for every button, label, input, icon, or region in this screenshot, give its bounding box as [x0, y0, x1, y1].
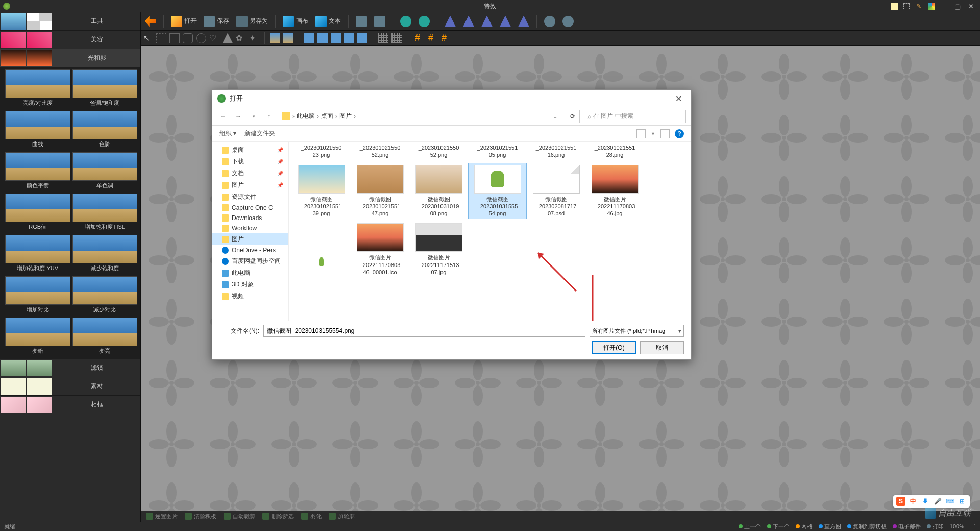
palette-icon[interactable] — [928, 3, 935, 10]
filetype-select[interactable]: 所有图片文件 (*.pfd;*.PTimag — [590, 325, 684, 337]
address-dropdown[interactable]: ⌄ — [553, 113, 558, 120]
file-item[interactable]: 微信图片_20221117151307.jpg — [409, 221, 468, 278]
ime-menu-icon[interactable]: ⊞ — [958, 497, 967, 506]
tree-item[interactable]: 视频 — [212, 291, 288, 302]
text-button[interactable]: 文本 — [313, 15, 343, 28]
file-item[interactable]: _20230102155116.png — [527, 142, 585, 161]
file-item[interactable]: 微信截图_20230102155147.png — [351, 163, 409, 220]
tree-item[interactable]: OneDrive - Pers — [212, 245, 288, 255]
ime-toolbar[interactable]: S 中 🡇 🎤 ⌨ ⊞ — [893, 495, 970, 508]
tree-item[interactable]: Downloads — [212, 213, 288, 223]
tree-item[interactable]: 下载📌 — [212, 156, 288, 167]
status-item[interactable]: 打印 — [927, 523, 944, 530]
grid1-tool[interactable] — [378, 33, 388, 43]
action-item[interactable]: 加轮廓 — [329, 513, 355, 520]
status-item[interactable]: 电子邮件 — [893, 523, 921, 530]
polygon-tool[interactable] — [223, 33, 233, 43]
grid2-tool[interactable] — [391, 33, 402, 43]
file-item[interactable]: 微信截图_20230102155139.png — [292, 163, 351, 220]
save-button[interactable]: 保存 — [202, 15, 231, 28]
action-item[interactable]: 逆置图片 — [146, 513, 178, 520]
tree-item[interactable]: 图片 — [212, 233, 288, 245]
img5-tool[interactable] — [357, 33, 368, 43]
minimize-button[interactable]: — — [940, 2, 948, 10]
effect-item[interactable]: 增加对比 — [5, 276, 70, 316]
tree-item[interactable]: 3D 对象 — [212, 279, 288, 291]
rect-tool[interactable] — [169, 33, 180, 43]
print-button[interactable] — [354, 15, 369, 28]
view-details-button[interactable] — [660, 129, 670, 138]
resize-tool[interactable] — [283, 33, 293, 43]
nav-history-button[interactable]: ▾ — [248, 111, 259, 122]
category-frame[interactable]: 相框 — [0, 396, 140, 414]
view-dropdown[interactable]: ▼ — [651, 131, 655, 136]
notes-icon[interactable] — [891, 3, 898, 10]
file-item[interactable]: 微信图片_20221117080346_00001.ico — [351, 221, 409, 278]
tree-item[interactable]: Capture One C — [212, 203, 288, 213]
effect-item[interactable]: 减少饱和度 — [72, 235, 138, 274]
img4-tool[interactable] — [344, 33, 354, 43]
effect-item[interactable]: 色阶 — [72, 111, 138, 150]
rotate-r-button[interactable] — [498, 15, 513, 28]
status-item[interactable]: 100% — [950, 523, 964, 529]
hash2-tool[interactable]: # — [426, 33, 436, 43]
breadcrumb[interactable]: 此电脑 — [297, 112, 315, 120]
wand-tool[interactable]: ✦ — [249, 33, 259, 43]
effect-item[interactable]: 单色调 — [72, 152, 138, 191]
close-button[interactable]: ✕ — [967, 2, 975, 10]
breadcrumb[interactable]: 桌面 — [321, 112, 333, 120]
rect-dashed-tool[interactable] — [156, 33, 166, 43]
nav-fwd-button[interactable]: → — [233, 111, 244, 122]
file-item[interactable]: 微信截图_20230103155554.png — [468, 163, 527, 220]
round-rect-tool[interactable] — [183, 33, 193, 43]
new-folder-button[interactable]: 新建文件夹 — [244, 129, 275, 138]
cancel-button[interactable]: 取消 — [640, 341, 684, 354]
effect-item[interactable]: 变暗 — [5, 318, 70, 357]
view-icons-button[interactable] — [636, 129, 646, 138]
refresh-button[interactable]: ⟳ — [566, 110, 580, 123]
img3-tool[interactable] — [331, 33, 341, 43]
maximize-button[interactable]: ▢ — [953, 2, 962, 10]
status-item[interactable]: 下一个 — [767, 523, 790, 530]
pencil-icon[interactable]: ✎ — [915, 2, 923, 10]
action-item[interactable]: 清除积板 — [185, 513, 216, 520]
effect-item[interactable]: 曲线 — [5, 111, 70, 150]
action-item[interactable]: 删除所选 — [262, 513, 294, 520]
category-filter[interactable]: 滤镜 — [0, 359, 140, 377]
file-item[interactable]: _20230102155105.png — [468, 142, 527, 161]
search-input[interactable]: ⌕ 在 图片 中搜索 — [584, 110, 686, 123]
effect-item[interactable]: 色调/饱和度 — [72, 69, 138, 109]
saveas-button[interactable]: 另存为 — [234, 15, 270, 28]
breadcrumb[interactable]: 图片 — [339, 112, 352, 120]
filename-input[interactable] — [263, 325, 585, 337]
tree-item[interactable]: 资源文件 — [212, 191, 288, 203]
file-item[interactable]: _20230102155052.png — [351, 142, 409, 161]
effect-item[interactable]: RGB值 — [5, 194, 70, 233]
tree-item[interactable]: 此电脑 — [212, 267, 288, 279]
address-bar[interactable]: › 此电脑 › 桌面 › 图片 › ⌄ — [279, 110, 561, 123]
effect-item[interactable]: 亮度/对比度 — [5, 69, 70, 109]
cursor-tool[interactable]: ↖ — [143, 33, 153, 43]
category-beauty[interactable]: 美容 — [0, 31, 140, 49]
file-item[interactable]: 微信截图_20230103101908.png — [409, 163, 468, 220]
resize-grip[interactable]: ⋰ — [970, 523, 976, 530]
paste-button[interactable] — [372, 15, 387, 28]
redo-button[interactable] — [416, 15, 432, 28]
status-item[interactable]: 直方图 — [819, 523, 841, 530]
effect-item[interactable]: 增加饱和度 YUV — [5, 235, 70, 274]
flip-h-button[interactable] — [443, 15, 458, 28]
canvas-button[interactable]: 画布 — [281, 15, 310, 28]
tree-item[interactable]: 百度网盘同步空间 — [212, 255, 288, 267]
tree-item[interactable]: 桌面📌 — [212, 144, 288, 156]
effect-item[interactable]: 增加饱和度 HSL — [72, 194, 138, 233]
hash1-tool[interactable]: # — [412, 33, 423, 43]
category-light[interactable]: 光和影 — [0, 49, 140, 67]
tree-item[interactable]: 文档📌 — [212, 167, 288, 179]
heart-tool[interactable]: ♡ — [209, 33, 219, 43]
ime-punct-icon[interactable]: 🡇 — [921, 497, 930, 506]
hash3-tool[interactable]: # — [439, 33, 449, 43]
status-item[interactable]: 上一个 — [739, 523, 761, 530]
file-item[interactable]: _20230102155052.png — [409, 142, 468, 161]
ime-keyboard-icon[interactable]: ⌨ — [945, 497, 954, 506]
zoom-in-button[interactable] — [542, 15, 557, 28]
